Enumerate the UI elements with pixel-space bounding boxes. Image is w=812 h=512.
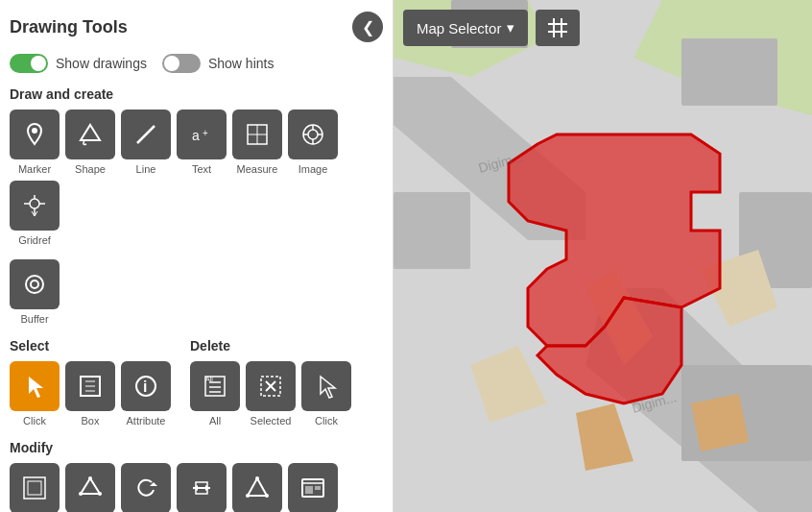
svg-point-39 <box>79 492 83 496</box>
svg-point-0 <box>32 128 37 134</box>
buffer-tool-grid: Buffer <box>10 259 383 325</box>
measure-button[interactable] <box>232 110 282 159</box>
marker-button[interactable] <box>10 110 60 159</box>
svg-text:a: a <box>192 128 200 143</box>
tool-item-select-click: Click <box>10 361 60 427</box>
gridref-icon <box>21 192 48 219</box>
show-drawings-toggle-item: Show drawings <box>10 54 147 73</box>
collapse-button[interactable]: ❮ <box>352 12 383 42</box>
svg-rect-53 <box>305 486 313 494</box>
shape-label: Shape <box>75 163 106 175</box>
shape-button[interactable] <box>65 110 115 159</box>
map-panel: Map Selector ▾ <box>394 0 812 512</box>
select-attribute-button[interactable]: i <box>121 361 171 411</box>
show-hints-toggle[interactable] <box>162 54 201 73</box>
svg-point-8 <box>308 130 318 139</box>
image-button[interactable] <box>288 110 338 159</box>
gridref-button[interactable] <box>10 181 60 231</box>
svg-rect-54 <box>315 486 321 490</box>
tool-item-image: Image <box>288 110 338 175</box>
svg-marker-74 <box>691 394 749 451</box>
select-delete-row: Select Click <box>10 338 383 427</box>
delete-selected-button[interactable] <box>246 361 296 411</box>
svg-marker-45 <box>248 478 267 496</box>
delete-all-icon: All <box>202 373 228 400</box>
line-button[interactable] <box>121 110 171 159</box>
select-box-button[interactable] <box>65 361 115 411</box>
delete-selected-label: Selected <box>251 415 292 427</box>
marker-icon <box>21 121 48 148</box>
scale-button[interactable] <box>177 463 227 512</box>
svg-rect-35 <box>28 481 41 495</box>
drawing-tools-panel: Drawing Tools ❮ Show drawings Show hints… <box>0 0 394 512</box>
show-drawings-label: Show drawings <box>56 56 147 71</box>
buffer-icon <box>21 271 48 298</box>
scale-icon <box>188 475 215 501</box>
delete-selected-icon <box>257 373 284 400</box>
modify-section: Modify Label <box>10 440 383 512</box>
select-click-button[interactable] <box>10 361 60 411</box>
select-label: Select <box>10 338 171 354</box>
svg-line-47 <box>257 478 267 496</box>
svg-rect-66 <box>681 38 777 106</box>
map-toolbar: Map Selector ▾ <box>403 10 580 46</box>
points-button[interactable] <box>65 463 115 512</box>
rotate-icon <box>132 475 159 501</box>
svg-point-13 <box>30 199 39 208</box>
grid-icon <box>547 17 568 38</box>
text-button[interactable]: a + <box>177 110 227 159</box>
tool-item-measure: Measure <box>232 110 282 175</box>
tool-item-buffer: Buffer <box>10 259 60 325</box>
tool-item-select-attribute: i Attribute <box>121 361 171 427</box>
delete-click-label: Click <box>315 415 338 427</box>
modify-label: Modify <box>10 440 383 455</box>
line-icon <box>132 121 159 148</box>
tool-item-shape: Shape <box>65 110 115 175</box>
delete-section: Delete All All <box>190 338 351 427</box>
delete-click-icon <box>313 373 340 400</box>
tool-item-scale: Scale <box>177 463 227 512</box>
svg-point-48 <box>246 494 250 498</box>
svg-point-50 <box>255 476 259 480</box>
delete-all-button[interactable]: All <box>190 361 240 411</box>
tool-item-points: Points <box>65 463 115 512</box>
buffer-button[interactable] <box>10 259 60 309</box>
select-attribute-icon: i <box>132 373 159 400</box>
show-drawings-toggle[interactable] <box>10 54 48 73</box>
text-label: Text <box>192 163 211 175</box>
show-hints-toggle-item: Show hints <box>162 54 274 73</box>
svg-line-1 <box>137 126 155 143</box>
rotate-button[interactable] <box>121 463 171 512</box>
select-box-icon <box>77 373 104 400</box>
transform-button[interactable] <box>232 463 282 512</box>
shape-icon <box>77 121 104 148</box>
tool-item-text: a + Text <box>177 110 227 175</box>
show-hints-label: Show hints <box>208 56 274 71</box>
svg-line-46 <box>248 478 257 496</box>
measure-icon <box>244 121 271 148</box>
tool-item-gridref: Gridref <box>10 181 60 246</box>
delete-label: Delete <box>190 338 351 354</box>
tool-item-delete-all: All All <box>190 361 240 427</box>
label-button[interactable] <box>10 463 60 512</box>
map-selector-label: Map Selector <box>417 20 501 37</box>
tool-item-label: Label <box>10 463 60 512</box>
svg-marker-36 <box>81 478 100 494</box>
buffer-label: Buffer <box>20 313 48 325</box>
delete-click-button[interactable] <box>301 361 351 411</box>
map-selector-button[interactable]: Map Selector ▾ <box>403 10 528 46</box>
svg-text:+: + <box>203 128 208 138</box>
tool-item-view: View <box>288 463 338 512</box>
panel-header: Drawing Tools ❮ <box>10 12 383 42</box>
select-click-icon <box>21 373 48 400</box>
draw-create-section-label: Draw and create <box>10 86 383 102</box>
view-button[interactable] <box>288 463 338 512</box>
view-icon <box>299 475 326 501</box>
select-box-label: Box <box>82 415 100 427</box>
svg-text:i: i <box>143 378 147 395</box>
marker-label: Marker <box>18 163 51 175</box>
tool-item-line: Line <box>121 110 171 175</box>
map-grid-button[interactable] <box>536 10 580 46</box>
delete-all-label: All <box>209 415 221 427</box>
svg-rect-67 <box>394 192 470 269</box>
